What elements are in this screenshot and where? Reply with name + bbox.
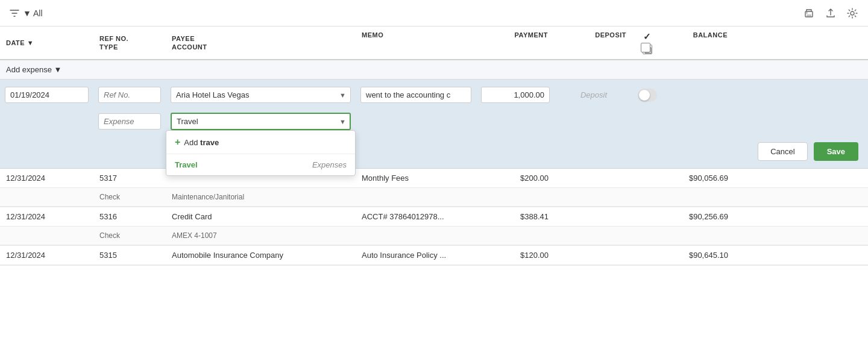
add-term: trave — [200, 138, 219, 147]
row2-date: 12/31/2024 — [0, 207, 93, 226]
entry-account-cell: ▼ + Add trave Travel Expenses — [166, 110, 356, 133]
payment-input[interactable] — [481, 87, 550, 103]
row2-balance: $90,256.69 — [662, 207, 734, 226]
entry-memo-cell — [356, 84, 476, 105]
row3-payee: Automobile Insurance Company — [166, 246, 356, 264]
save-button[interactable]: Save — [814, 142, 858, 161]
row1-account: Maintenance/Janitorial — [166, 188, 356, 206]
col-check: ✓ — [633, 27, 662, 59]
data-row-bottom-1: Check Maintenance/Janitorial — [0, 188, 868, 207]
row1-check — [633, 169, 662, 187]
entry-payment-cell-2 — [476, 119, 555, 124]
entry-payee-cell: ▼ — [166, 84, 356, 105]
row3-balance: $90,645.10 — [662, 246, 734, 264]
option-category: Expenses — [312, 160, 347, 169]
filter-section[interactable]: ▼ All — [10, 8, 43, 18]
row1-payment: $200.00 — [476, 169, 555, 187]
plus-icon: + — [175, 137, 180, 148]
row2-payee: Credit Card — [166, 207, 356, 226]
travel-option[interactable]: Travel Expenses — [166, 154, 355, 175]
action-row: Cancel Save — [0, 137, 868, 168]
row1-memo-2 — [356, 188, 476, 206]
row3-payment: $120.00 — [476, 246, 555, 264]
data-row-bottom-2: Check AMEX 4-1007 — [0, 227, 868, 245]
col-payment: PAYMENT — [476, 27, 555, 59]
row1-date-2 — [0, 188, 93, 206]
row3-memo: Auto Insurance Policy ... — [356, 246, 476, 264]
filter-label[interactable]: ▼ All — [23, 8, 43, 18]
entry-balance-cell — [662, 93, 734, 98]
col-deposit: DEPOSIT — [555, 27, 633, 59]
entry-memo-cell-2 — [356, 119, 476, 124]
row1-ref: 5317 — [93, 169, 166, 187]
table-row: 12/31/2024 5315 Automobile Insurance Com… — [0, 246, 868, 266]
entry-deposit-cell: Deposit — [555, 88, 633, 102]
col-balance: BALANCE — [662, 27, 734, 59]
row2-check — [633, 207, 662, 226]
row1-deposit-2 — [555, 188, 633, 206]
memo-input[interactable] — [360, 87, 471, 103]
toggle-knob — [639, 90, 650, 101]
row2-payment-2 — [476, 227, 555, 245]
export-button[interactable] — [825, 7, 837, 19]
data-row-top-3: 12/31/2024 5315 Automobile Insurance Com… — [0, 246, 868, 265]
payee-input[interactable] — [171, 87, 351, 103]
add-text: Add trave — [184, 138, 219, 147]
row2-memo-2 — [356, 227, 476, 245]
row1-payment-2 — [476, 188, 555, 206]
account-dropdown-wrapper: ▼ — [171, 113, 351, 130]
row2-date-2 — [0, 227, 93, 245]
deposit-placeholder: Deposit — [559, 90, 628, 99]
add-expense-row[interactable]: Add expense ▼ — [0, 60, 868, 80]
entry-toggle-cell-2 — [633, 119, 662, 124]
col-ref: REF NO. TYPE — [93, 27, 166, 59]
table-row: 12/31/2024 5316 Credit Card ACCT# 378640… — [0, 207, 868, 246]
reconcile-toggle[interactable] — [638, 89, 657, 102]
filter-icon — [10, 8, 19, 18]
row3-check — [633, 246, 662, 264]
add-trave-option[interactable]: + Add trave — [166, 131, 355, 154]
row2-ref: 5316 — [93, 207, 166, 226]
col-date[interactable]: DATE ▼ — [0, 27, 93, 59]
entry-date-cell — [0, 84, 93, 105]
svg-rect-1 — [807, 14, 811, 16]
col-payee: PAYEE ACCOUNT — [166, 27, 356, 59]
date-input[interactable] — [5, 87, 89, 103]
row3-date: 12/31/2024 — [0, 246, 93, 264]
account-dropdown-popup: + Add trave Travel Expenses — [166, 130, 356, 176]
payee-dropdown-wrapper: ▼ — [171, 87, 351, 103]
row2-payment: $388.41 — [476, 207, 555, 226]
ref-input[interactable] — [98, 87, 161, 103]
cancel-button[interactable]: Cancel — [758, 142, 807, 161]
entry-toggle-cell — [633, 86, 662, 104]
entry-type-cell — [93, 111, 166, 132]
row1-balance: $90,056.69 — [662, 169, 734, 187]
row2-balance-2 — [662, 227, 734, 245]
svg-point-3 — [851, 11, 854, 15]
entry-row-top: ▼ Deposit — [0, 80, 868, 108]
entry-date-cell-2 — [0, 119, 93, 124]
print-button[interactable] — [803, 7, 815, 19]
row1-date: 12/31/2024 — [0, 169, 93, 187]
data-row-top-2: 12/31/2024 5316 Credit Card ACCT# 378640… — [0, 207, 868, 227]
entry-deposit-cell-2 — [555, 119, 633, 124]
row1-deposit — [555, 169, 633, 187]
entry-section: ▼ Deposit — [0, 80, 868, 169]
toolbar: ▼ All — [0, 0, 868, 27]
copy-icon[interactable] — [643, 45, 652, 54]
option-name: Travel — [175, 160, 198, 169]
account-type-input[interactable] — [98, 113, 161, 130]
entry-ref-cell — [93, 84, 166, 105]
svg-rect-5 — [644, 46, 650, 52]
data-row-top-1: 12/31/2024 5317 Monthly Fees $200.00 $90… — [0, 169, 868, 188]
entry-row-bottom: ▼ + Add trave Travel Expenses — [0, 108, 868, 137]
row3-deposit — [555, 246, 633, 264]
add-expense-label[interactable]: Add expense ▼ — [6, 65, 61, 74]
settings-button[interactable] — [846, 7, 858, 19]
row2-type: Check — [93, 227, 166, 245]
table-row: 12/31/2024 5317 Monthly Fees $200.00 $90… — [0, 169, 868, 207]
entry-payment-cell — [476, 84, 555, 105]
account-input[interactable] — [171, 113, 351, 130]
toolbar-actions — [803, 7, 858, 19]
row2-deposit — [555, 207, 633, 226]
